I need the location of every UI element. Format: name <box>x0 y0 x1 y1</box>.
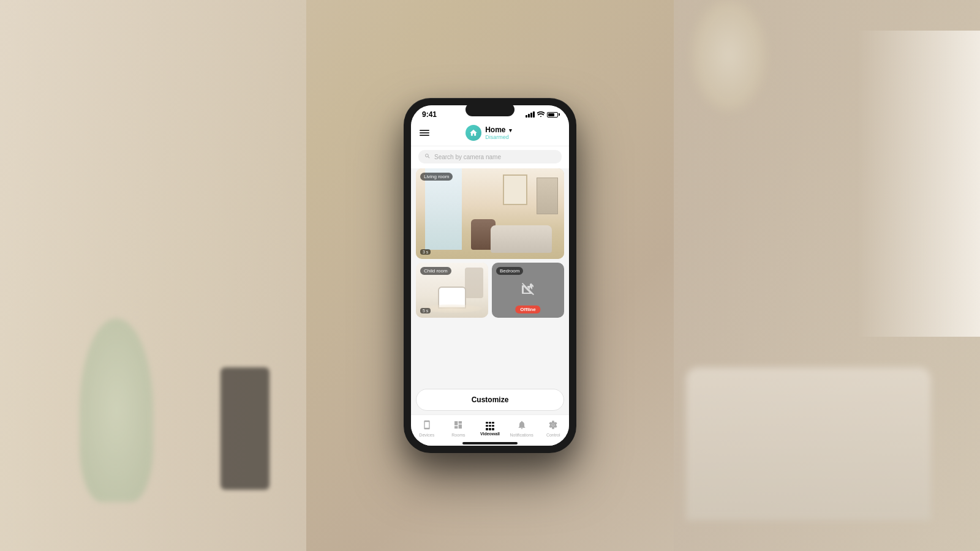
bg-plant <box>80 318 153 502</box>
home-indicator <box>411 440 569 446</box>
customize-button[interactable]: Customize <box>416 389 564 411</box>
home-title-group: Home ▾ Disarmed <box>485 126 512 140</box>
camera-off-icon <box>521 282 535 299</box>
nav-item-videowall[interactable]: Videowall <box>474 422 506 436</box>
living-room-feed <box>416 168 564 259</box>
app-header: Home ▾ Disarmed <box>411 121 569 146</box>
customize-section: Customize <box>411 384 569 414</box>
bottom-nav: Devices Rooms <box>411 414 569 440</box>
child-room-label: Child room <box>420 267 451 275</box>
home-title-text: Home ▾ <box>485 126 512 134</box>
wifi-icon <box>537 111 545 118</box>
phone-frame: 9:41 <box>404 98 576 453</box>
menu-line <box>420 135 429 136</box>
svg-point-0 <box>552 424 554 426</box>
status-icons <box>526 111 558 118</box>
bg-couch <box>686 367 931 520</box>
home-indicator-bar <box>462 442 518 444</box>
nav-item-devices[interactable]: Devices <box>411 420 443 437</box>
camera-card-child-room[interactable]: Child room 5 s <box>416 263 488 318</box>
nav-item-notifications[interactable]: Notifications <box>506 420 538 437</box>
battery-icon <box>547 112 558 118</box>
search-input-wrap[interactable]: Search by camera name <box>418 150 562 163</box>
nav-rooms-label: Rooms <box>451 433 465 437</box>
lr-painting <box>503 174 527 205</box>
bg-window-right <box>858 31 980 337</box>
search-icon <box>424 153 431 160</box>
camera-card-living-room[interactable]: Living room 3 s <box>416 168 564 259</box>
search-placeholder: Search by camera name <box>434 154 501 160</box>
home-status-text: Disarmed <box>485 134 512 140</box>
bg-lamp <box>692 0 766 110</box>
child-room-timer: 5 s <box>420 308 431 313</box>
living-room-timer: 3 s <box>420 249 431 255</box>
small-cards-row: Child room 5 s Bedroom <box>416 263 564 318</box>
nav-control-label: Control <box>546 433 560 437</box>
lr-sofa <box>491 225 552 253</box>
dynamic-island <box>466 103 514 116</box>
nav-item-control[interactable]: Control <box>537 420 569 437</box>
phone-screen: 9:41 <box>411 105 569 446</box>
nav-item-rooms[interactable]: Rooms <box>443 420 475 437</box>
nav-notifications-label: Notifications <box>510 433 533 437</box>
nav-devices-label: Devices <box>419 433 434 437</box>
nav-videowall-label: Videowall <box>480 432 500 436</box>
rooms-icon <box>453 420 463 432</box>
notifications-icon <box>517 420 527 432</box>
home-dropdown-icon: ▾ <box>509 127 512 133</box>
phone-in-hand: 9:41 <box>404 98 576 453</box>
search-bar-section: Search by camera name <box>411 146 569 168</box>
lr-shelf <box>537 178 558 214</box>
videowall-icon <box>486 422 494 430</box>
status-time: 9:41 <box>422 110 437 119</box>
menu-line <box>420 130 429 131</box>
signal-bars-icon <box>526 111 535 118</box>
devices-icon <box>422 420 432 432</box>
home-avatar <box>466 125 481 141</box>
camera-card-bedroom[interactable]: Bedroom Offline <box>492 263 564 318</box>
menu-button[interactable] <box>420 130 429 136</box>
menu-line <box>420 132 429 133</box>
header-home-selector[interactable]: Home ▾ Disarmed <box>466 125 512 141</box>
control-icon <box>548 420 558 432</box>
bg-dark-object <box>221 367 270 490</box>
living-room-label: Living room <box>420 173 453 181</box>
bedroom-label: Bedroom <box>496 267 523 275</box>
camera-grid: Living room 3 s Child room 5 <box>411 168 569 384</box>
offline-badge: Offline <box>515 305 540 313</box>
